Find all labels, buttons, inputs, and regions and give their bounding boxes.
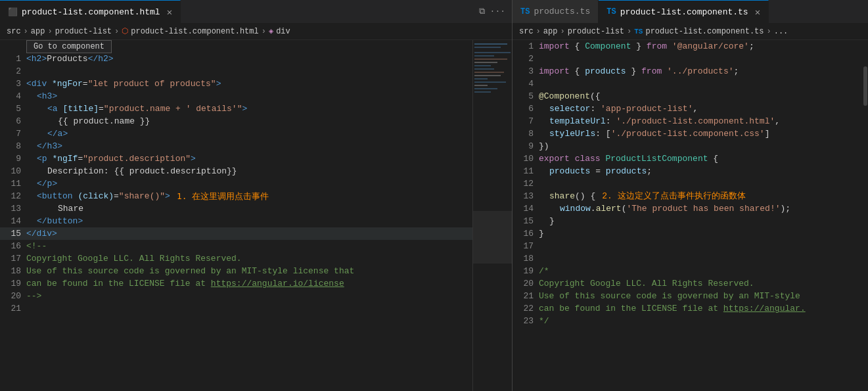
close-icon-2[interactable]: ✕ xyxy=(755,7,760,18)
svg-rect-13 xyxy=(474,88,497,89)
rln-1: 1 xyxy=(513,40,539,53)
tab-bar: ⬛ product-list.component.html ✕ ⧉ ··· TS… xyxy=(0,0,868,23)
svg-rect-6 xyxy=(474,65,491,66)
rcode-line-6: selector: 'app-product-list', xyxy=(539,103,863,115)
rcode-line-8: styleUrls: ['./product-list.component.cs… xyxy=(539,127,863,140)
ln-21: 21 xyxy=(0,302,26,315)
code-line-7: </a> xyxy=(26,127,472,140)
ln-19: 19 xyxy=(0,277,26,290)
annotation-1: 1. 在这里调用点击事件 xyxy=(177,190,269,202)
bc-app-r[interactable]: app xyxy=(543,27,558,36)
code-line-4: <h3> xyxy=(26,90,472,103)
rcode-line-15: } xyxy=(539,215,863,227)
bc-sep4: › xyxy=(262,27,266,36)
breadcrumb-left: src › app › product-list › ⬡ product-lis… xyxy=(0,23,512,40)
code-line-11: </p> xyxy=(26,177,472,190)
code-line-6: {{ product.name }} xyxy=(26,115,472,127)
svg-rect-5 xyxy=(474,62,497,63)
svg-rect-8 xyxy=(474,72,504,73)
bc-src-r[interactable]: src xyxy=(519,27,534,36)
bc-sep-r4: › xyxy=(766,27,771,36)
rcode-line-18 xyxy=(539,252,863,265)
rcode-line-22: can be found in the LICENSE file at http… xyxy=(539,302,863,315)
bc-sep2: › xyxy=(47,27,52,36)
right-line-numbers: 1 2 3 4 5 6 7 8 9 10 11 12 13 14 15 16 1 xyxy=(513,40,539,391)
bc-div[interactable]: div xyxy=(276,27,290,36)
ln-2: 2 xyxy=(0,65,26,78)
svg-rect-2 xyxy=(474,52,511,53)
ln-3: 3 xyxy=(0,78,26,90)
left-code-area[interactable]: <h2>Products</h2> <div *ngFor="let produ… xyxy=(26,40,472,391)
svg-rect-1 xyxy=(474,47,501,48)
rln-9: 9 xyxy=(513,140,539,152)
rln-6: 6 xyxy=(513,103,539,115)
ln-17: 17 xyxy=(0,252,26,265)
rcode-line-16: } xyxy=(539,227,863,240)
rcode-line-21: Use of this source code is governed by a… xyxy=(539,290,863,302)
scrollbar-thumb[interactable] xyxy=(863,66,867,106)
bc-html-file[interactable]: product-list.component.html xyxy=(131,27,258,36)
ts-icon-2: TS xyxy=(606,7,616,16)
rln-2: 2 xyxy=(513,53,539,65)
ln-9: 9 xyxy=(0,152,26,165)
right-editor-content: 1 2 3 4 5 6 7 8 9 10 11 12 13 14 15 16 1 xyxy=(513,40,868,391)
rcode-line-9: }) xyxy=(539,140,863,152)
left-line-numbers: 1 2 3 4 5 6 7 8 9 10 11 12 13 14 15 16 1 xyxy=(0,40,26,391)
bc-app[interactable]: app xyxy=(31,27,45,36)
right-tab-bar: TS products.ts TS product-list.component… xyxy=(513,0,868,23)
code-line-18: Use of this source code is governed by a… xyxy=(26,265,472,277)
minimap-canvas xyxy=(473,40,512,391)
code-line-3: <div *ngFor="let product of products"> xyxy=(26,78,472,90)
ln-20: 20 xyxy=(0,290,26,302)
bc-sep-r3: › xyxy=(627,27,631,36)
html-icon: ⬛ xyxy=(8,7,18,17)
rcode-line-19: /* xyxy=(539,265,863,277)
rln-12: 12 xyxy=(513,177,539,190)
rln-15: 15 xyxy=(513,215,539,227)
goto-component-button[interactable]: Go to component xyxy=(26,40,112,53)
bc-src[interactable]: src xyxy=(7,27,21,36)
right-tab-ts2[interactable]: TS product-list.component.ts ✕ xyxy=(599,0,769,23)
rcode-line-10: export class ProductListComponent { xyxy=(539,152,863,165)
code-line-14: </button> xyxy=(26,215,472,227)
rcode-line-13: share() {2. 这边定义了点击事件执行的函数体 xyxy=(539,190,863,202)
left-tab-html[interactable]: ⬛ product-list.component.html ✕ xyxy=(0,0,181,23)
rcode-line-2 xyxy=(539,53,863,65)
ln-11: 11 xyxy=(0,177,26,190)
rln-7: 7 xyxy=(513,115,539,127)
rln-5: 5 xyxy=(513,90,539,103)
ln-10: 10 xyxy=(0,165,26,177)
ln-1: 1 xyxy=(0,53,26,65)
rln-10: 10 xyxy=(513,152,539,165)
more-icon[interactable]: ··· xyxy=(490,7,505,16)
right-editor-pane: src › app › product-list › TS product-li… xyxy=(513,23,868,391)
code-line-1: <h2>Products</h2> xyxy=(26,53,472,65)
code-line-19: can be found in the LICENSE file at http… xyxy=(26,277,472,290)
rcode-line-7: templateUrl: './product-list.component.h… xyxy=(539,115,863,127)
right-code-area[interactable]: import { Component } from '@angular/core… xyxy=(539,40,863,391)
rcode-line-3: import { products } from '../products'; xyxy=(539,65,863,78)
svg-rect-4 xyxy=(474,58,507,60)
ln-16: 16 xyxy=(0,240,26,252)
rcode-line-12 xyxy=(539,177,863,190)
div-icon: ◈ xyxy=(269,26,273,36)
rcode-line-17 xyxy=(539,240,863,252)
split-editor-icon[interactable]: ⧉ xyxy=(479,7,485,16)
editors-area: src › app › product-list › ⬡ product-lis… xyxy=(0,23,868,391)
close-icon[interactable]: ✕ xyxy=(167,7,172,18)
bc-dots[interactable]: ... xyxy=(774,27,788,36)
tab-bar-actions: ⧉ ··· xyxy=(479,7,512,16)
svg-rect-11 xyxy=(474,81,506,83)
bc-product-list[interactable]: product-list xyxy=(55,27,112,36)
rcode-line-11: products = products; xyxy=(539,165,863,177)
breadcrumb-right: src › app › product-list › TS product-li… xyxy=(513,23,868,40)
bc-ts-file[interactable]: product-list.component.ts xyxy=(645,27,764,36)
svg-rect-9 xyxy=(474,75,501,76)
right-tab-ts1[interactable]: TS products.ts xyxy=(513,0,599,23)
svg-rect-12 xyxy=(474,85,488,86)
right-scrollbar[interactable] xyxy=(863,40,868,391)
svg-rect-15 xyxy=(473,211,512,264)
bc-pl-r[interactable]: product-list xyxy=(568,27,624,36)
code-line-17: Copyright Google LLC. All Rights Reserve… xyxy=(26,252,472,265)
rln-20: 20 xyxy=(513,277,539,290)
